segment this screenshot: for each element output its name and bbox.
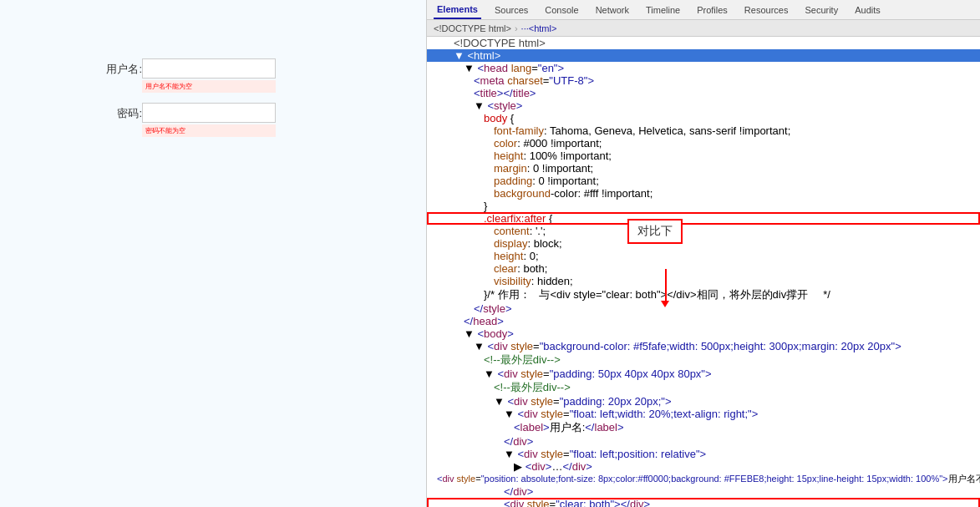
tab-network[interactable]: Network xyxy=(592,0,632,19)
code-line: </head> xyxy=(427,315,980,327)
username-row: 用户名: 用户名不能为空 xyxy=(84,58,376,93)
red-arrow-line xyxy=(665,269,667,302)
code-line: </div> xyxy=(427,435,980,448)
username-input[interactable] xyxy=(142,58,276,79)
code-line: clear: both; xyxy=(427,262,980,275)
code-line: ▶ <div>…</div> xyxy=(427,460,980,473)
code-line: color: #000 !important; xyxy=(427,137,980,150)
username-error: 用户名不能为空 xyxy=(142,80,276,93)
code-line: <!--最外层div--> xyxy=(427,380,980,395)
code-line: visibility: hidden; xyxy=(427,275,980,287)
tab-sources[interactable]: Sources xyxy=(491,0,531,19)
form-preview-panel: 用户名: 用户名不能为空 密码: 密码不能为空 xyxy=(0,0,426,507)
code-line: </div> xyxy=(427,485,980,498)
code-line: font-family: Tahoma, Geneva, Helvetica, … xyxy=(427,124,980,137)
password-label: 密码: xyxy=(84,103,142,121)
code-line-clearboth: <div style="clear: both"></div> xyxy=(427,498,980,507)
code-inner[interactable]: <!DOCTYPE html> ▼ <html> ▼ <head lang="e… xyxy=(427,37,980,507)
code-line-clearfix: .clearfix:after { xyxy=(427,212,980,225)
code-line: <!DOCTYPE html> xyxy=(427,37,980,49)
code-line: <title></title> xyxy=(427,87,980,99)
code-line: height: 100% !important; xyxy=(427,150,980,162)
code-line: <meta charset="UTF-8"> xyxy=(427,74,980,87)
tab-console[interactable]: Console xyxy=(541,0,581,19)
annotation-box: 对比下 xyxy=(627,219,683,244)
code-line: padding: 0 !important; xyxy=(427,175,980,187)
source-path-html: ···<html> xyxy=(521,23,557,33)
code-line: content: '.'; xyxy=(427,225,980,237)
source-path-doctype: <!DOCTYPE html> xyxy=(434,23,511,33)
tab-profiles[interactable]: Profiles xyxy=(693,0,731,19)
devtools-tabbar: Elements Sources Console Network Timelin… xyxy=(427,0,980,20)
form-section: 用户名: 用户名不能为空 密码: 密码不能为空 xyxy=(67,42,393,160)
devtools-sourcebar: <!DOCTYPE html> › ···<html> xyxy=(427,20,980,37)
code-line-comment: }/* 作用： 与<div style="clear: both"></div>… xyxy=(427,287,980,302)
password-error: 密码不能为空 xyxy=(142,124,276,137)
password-row: 密码: 密码不能为空 xyxy=(84,103,376,137)
username-label: 用户名: xyxy=(84,58,142,77)
code-line: ▼ <div style="float: left;width: 20%;tex… xyxy=(427,408,980,420)
password-field-wrap: 密码不能为空 xyxy=(142,103,276,137)
code-line-background: background-color: #fff !important; xyxy=(427,187,980,200)
code-line: ▼ <div style="padding: 20px 20px;"> xyxy=(427,395,980,408)
tab-timeline[interactable]: Timeline xyxy=(642,0,683,19)
code-area-wrap: <!DOCTYPE html> ▼ <html> ▼ <head lang="e… xyxy=(427,37,980,507)
tab-security[interactable]: Security xyxy=(801,0,841,19)
code-line: } xyxy=(427,200,980,212)
code-line-html: ▼ <html> xyxy=(427,49,980,62)
code-line: ▼ <div style="background-color: #f5fafe;… xyxy=(427,340,980,352)
code-line-errordiv: <div style="position: absolute;font-size… xyxy=(427,473,980,485)
code-line: height: 0; xyxy=(427,250,980,262)
code-line: display: block; xyxy=(427,237,980,250)
code-line: body { xyxy=(427,112,980,124)
password-input[interactable] xyxy=(142,103,276,123)
username-field-wrap: 用户名不能为空 xyxy=(142,58,276,93)
code-line: ▼ <body> xyxy=(427,327,980,340)
code-line: margin: 0 !important; xyxy=(427,162,980,175)
code-line: ▼ <div style="padding: 50px 40px 40px 80… xyxy=(427,368,980,380)
code-line: ▼ <div style="float: left;position: rela… xyxy=(427,448,980,460)
code-line: <!--最外层div--> xyxy=(427,352,980,368)
red-arrowhead xyxy=(661,301,669,307)
code-line: ▼ <head lang="en"> xyxy=(427,62,980,74)
tab-elements[interactable]: Elements xyxy=(434,0,481,19)
annotation-text: 对比下 xyxy=(637,224,673,237)
source-sep1: › xyxy=(515,23,518,33)
devtools-panel: Elements Sources Console Network Timelin… xyxy=(426,0,980,507)
code-line: </style> xyxy=(427,302,980,315)
code-line: ▼ <style> xyxy=(427,99,980,112)
tab-resources[interactable]: Resources xyxy=(741,0,792,19)
tab-audits[interactable]: Audits xyxy=(851,0,884,19)
code-line: <label>用户名:</label> xyxy=(427,420,980,435)
